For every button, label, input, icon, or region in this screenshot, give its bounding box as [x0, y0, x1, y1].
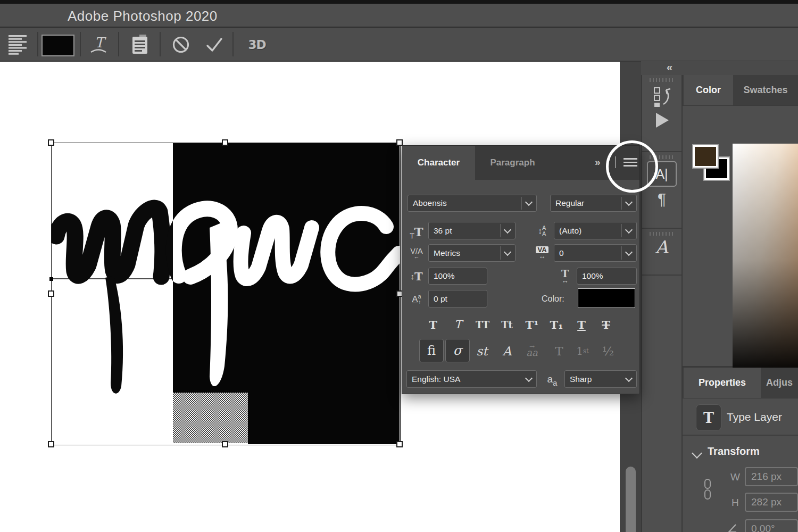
dock-icon-column: A| ¶ A [641, 75, 683, 532]
chevron-down-icon [625, 374, 633, 381]
layer-type-label: Type Layer [727, 411, 782, 423]
rotate-angle-icon [727, 523, 737, 532]
link-dimensions-icon[interactable] [702, 478, 713, 501]
ligatures-toggle[interactable]: fi [419, 339, 444, 362]
tab-properties[interactable]: Properties [684, 368, 761, 398]
type-color-swatch[interactable] [578, 288, 635, 308]
dock-panels-column: Color Swatches Properties Adjus T Type [683, 75, 798, 532]
antialias-select[interactable]: Sharp [564, 370, 637, 388]
play-icon [653, 112, 671, 130]
contextual-alternates-toggle[interactable]: →aa [520, 339, 544, 363]
font-family-select[interactable]: Aboensis [408, 195, 537, 212]
commit-edits-button[interactable] [203, 34, 226, 55]
chevron-down-icon [504, 226, 511, 233]
character-panel: Character Paragraph » Aboensis Regular T… [402, 145, 640, 394]
character-panel-tabbar: Character Paragraph » [402, 146, 639, 180]
paragraph-panel-icon: ¶ [658, 190, 666, 207]
transform-handle-top-left[interactable] [48, 139, 54, 146]
width-field[interactable]: 216 px [745, 467, 798, 486]
kerning-icon: V/A ← [406, 245, 427, 262]
transform-collapse-chevron[interactable] [692, 448, 702, 459]
horizontal-scale-input[interactable]: 100% [577, 268, 637, 285]
font-style-select[interactable]: Regular [550, 195, 637, 212]
tracking-select[interactable]: 0 [554, 244, 637, 262]
cancel-icon [171, 35, 191, 55]
subscript-toggle[interactable]: T₁ [546, 316, 567, 333]
warp-text-button[interactable]: T [88, 34, 109, 55]
transform-handle-bottom-center[interactable] [222, 441, 228, 447]
toggle-panels-button[interactable] [129, 34, 151, 56]
paragraph-panel-button[interactable]: ¶ [642, 190, 681, 208]
options-separator [37, 32, 38, 56]
tab-adjustments[interactable]: Adjus [761, 368, 798, 398]
strikethrough-toggle[interactable]: T [595, 316, 617, 333]
leading-select[interactable]: (Auto) [554, 222, 637, 239]
transform-handle-middle-left[interactable] [48, 290, 54, 297]
align-left-button[interactable] [7, 34, 28, 55]
leading-icon: ↕ AA [531, 222, 553, 239]
transform-section-label: Transform [708, 445, 760, 458]
small-caps-toggle[interactable]: Tt [496, 316, 518, 333]
antialias-icon: aa [543, 371, 561, 387]
threed-button[interactable]: 3D [246, 35, 268, 54]
panels-icon [130, 34, 150, 55]
titling-alternates-toggle[interactable]: T [547, 339, 571, 363]
ordinals-toggle[interactable]: 1st [571, 339, 594, 363]
all-caps-toggle[interactable]: TT [472, 316, 493, 333]
warp-text-icon: T [88, 35, 109, 55]
panel-grip[interactable] [650, 232, 674, 236]
transform-handle-bottom-left[interactable] [48, 441, 54, 447]
underline-toggle[interactable]: T [571, 316, 592, 333]
vertical-scrollbar[interactable] [626, 467, 636, 532]
tab-paragraph[interactable]: Paragraph [475, 146, 550, 180]
chevron-down-icon [625, 198, 633, 206]
transform-handle-bottom-right[interactable] [396, 441, 403, 447]
title-bar: Adobe Photoshop 2020 [0, 4, 798, 28]
foreground-color-swatch[interactable] [693, 145, 718, 168]
tab-color[interactable]: Color [684, 75, 733, 105]
superscript-toggle[interactable]: T¹ [521, 316, 543, 333]
glyphs-panel-button[interactable]: A [642, 237, 681, 257]
cancel-edits-button[interactable] [170, 34, 192, 55]
width-label: W [730, 471, 740, 483]
transform-handle-top-center[interactable] [222, 139, 228, 146]
chevron-down-icon [525, 198, 533, 206]
tracking-icon: VA ↔ [531, 244, 553, 262]
vertical-scale-icon: ↕ T [406, 268, 427, 284]
fractions-toggle[interactable]: ½ [596, 339, 620, 363]
properties-panel-body: T Type Layer Transform W 216 px H 282 px [683, 398, 798, 532]
options-bar: T [0, 28, 798, 62]
angle-field[interactable]: 0.00° [745, 519, 798, 532]
color-panel-tabbar: Color Swatches [683, 75, 798, 106]
baseline-shift-input[interactable]: 0 pt [428, 290, 487, 307]
stylistic-alternates-toggle[interactable]: A [495, 339, 519, 363]
tab-character[interactable]: Character [402, 146, 475, 180]
discretionary-ligatures-toggle[interactable]: st [470, 339, 494, 363]
history-panel-button[interactable] [642, 83, 681, 107]
font-size-select[interactable]: 36 pt [428, 222, 516, 239]
collapse-panels-icon[interactable]: « [667, 61, 672, 73]
swash-toggle[interactable]: σ [445, 339, 470, 362]
language-select[interactable]: English: USA [406, 370, 537, 388]
chevron-down-icon [504, 248, 511, 255]
properties-panel-tabbar: Properties Adjus [683, 368, 798, 398]
faux-bold-toggle[interactable]: T [422, 316, 444, 333]
actions-panel-button[interactable] [642, 107, 681, 130]
text-color-swatch[interactable] [41, 35, 74, 56]
options-separator [160, 32, 161, 56]
chevron-down-icon [625, 226, 633, 233]
kerning-select[interactable]: Metrics [428, 244, 516, 262]
tab-swatches[interactable]: Swatches [733, 75, 798, 105]
options-separator [232, 32, 234, 56]
height-field[interactable]: 282 px [745, 493, 798, 512]
color-gradient-field[interactable] [733, 144, 798, 377]
annotation-circle [606, 140, 658, 193]
vertical-scale-input[interactable]: 100% [428, 268, 487, 285]
panel-grip[interactable] [650, 78, 674, 82]
dock-collapse-bar: « [641, 61, 798, 76]
faux-italic-toggle[interactable]: T [447, 316, 469, 333]
color-label: Color: [542, 294, 564, 304]
transform-bounding-box[interactable] [51, 143, 401, 445]
type-layer-icon: T [703, 410, 714, 426]
panel-overflow-icon[interactable]: » [595, 156, 600, 168]
